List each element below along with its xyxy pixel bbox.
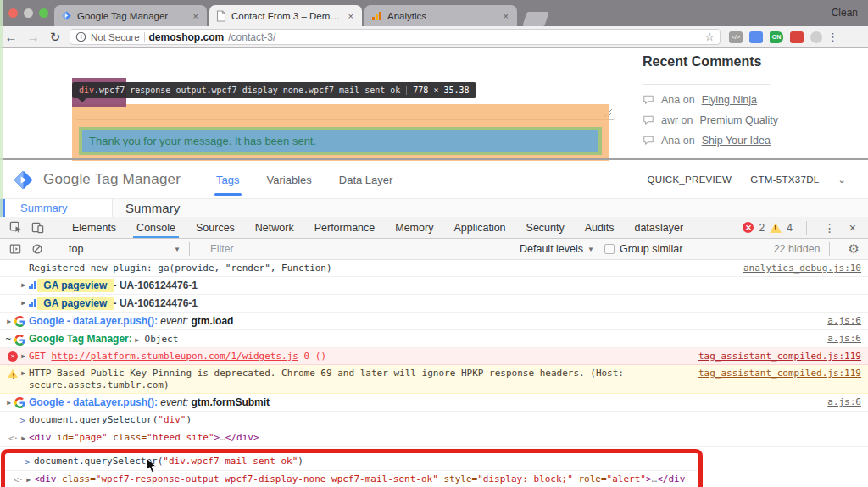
source-link[interactable]: a.js:6 xyxy=(827,396,861,407)
devtools-tab-network[interactable]: Network xyxy=(245,217,304,238)
window-controls[interactable] xyxy=(8,8,48,18)
tooltip-divider xyxy=(406,86,407,95)
devtools-menu-icon[interactable]: ⋮ xyxy=(821,221,839,235)
devtools-tab-application[interactable]: Application xyxy=(443,217,515,238)
inspect-element-icon[interactable] xyxy=(8,221,22,235)
source-link[interactable]: a.js:6 xyxy=(827,333,861,344)
devtools-close-icon[interactable]: × xyxy=(844,221,861,235)
address-bar[interactable]: Not Secure demoshop.com /contact-3/ ☆ xyxy=(70,29,721,45)
new-tab-button[interactable] xyxy=(522,12,549,26)
devtools-tab-security[interactable]: Security xyxy=(516,217,575,238)
console-row-push[interactable]: ▶Google - dataLayer.push(): event: gtm.f… xyxy=(0,394,868,412)
console-sidebar-icon[interactable] xyxy=(8,242,22,256)
gtm-container-id[interactable]: GTM-5TX37DL xyxy=(750,174,819,185)
security-label[interactable]: Not Secure xyxy=(91,32,140,42)
browser-tab-3[interactable]: Analytics× xyxy=(364,5,517,26)
comment-item: Ana on Flying Ninja xyxy=(643,93,854,106)
devtools-tab-audits[interactable]: Audits xyxy=(575,217,625,238)
toolbar-divider xyxy=(189,242,190,256)
extension-disabled-icon[interactable] xyxy=(810,31,822,43)
push-brand: Google - dataLayer.push(): xyxy=(29,396,160,408)
devtools-tab-dataslayer[interactable]: dataslayer xyxy=(624,217,693,238)
code-token: "display: block;" xyxy=(477,473,573,484)
console-row-result[interactable]: <·▶<div class="wpcf7-response-output wpc… xyxy=(5,471,698,487)
tab-close-icon[interactable]: × xyxy=(502,11,510,21)
console-panel: Registered new plugin: ga(provide, "rend… xyxy=(0,260,868,487)
url-host[interactable]: demoshop.com xyxy=(149,31,225,43)
console-row-error[interactable]: ✕▶GET http://platform.stumbleupon.com/1/… xyxy=(0,348,868,365)
ga-badge: GA pageview xyxy=(37,297,114,310)
log-levels-selector[interactable]: Default levels ▼ xyxy=(520,243,594,255)
extension-red-icon[interactable] xyxy=(790,31,804,43)
source-link[interactable]: tag_assistant_compiled.js:119 xyxy=(698,351,861,362)
filter-input[interactable]: Filter xyxy=(210,243,363,255)
gtm-preview-pane: Summary Summary xyxy=(0,199,868,217)
browser-tab-2[interactable]: Contact From 3 – Demoshop× xyxy=(209,5,362,26)
extension-blue-icon[interactable] xyxy=(749,31,763,43)
back-icon[interactable]: ← xyxy=(0,30,22,44)
gtm-sidebar-item-summary[interactable]: Summary xyxy=(0,199,113,217)
devtools-tab-list: ElementsConsoleSourcesNetworkPerformance… xyxy=(62,217,693,238)
console-row-ga[interactable]: ▶ GA pageview - UA-106124476-1 xyxy=(0,295,868,313)
bubble-icon xyxy=(643,135,654,146)
console-row-log[interactable]: Registered new plugin: ga(provide, "rend… xyxy=(0,260,868,277)
console-row-cmd[interactable]: >document.querySelector("div.wpcf7-mail-… xyxy=(5,453,698,471)
forward-icon[interactable]: → xyxy=(22,30,44,44)
thank-you-message: Thank you for your message. It has been … xyxy=(82,130,598,152)
comment-link[interactable]: Flying Ninja xyxy=(702,94,757,106)
devtools-tab-performance[interactable]: Performance xyxy=(304,217,386,238)
source-link[interactable]: tag_assistant_compiled.js:119 xyxy=(698,368,861,379)
source-link[interactable]: a.js:6 xyxy=(827,315,861,326)
error-badge-icon[interactable]: ✕ xyxy=(743,222,754,233)
info-icon[interactable] xyxy=(75,31,86,42)
console-row-result[interactable]: <·▶<div id="page" class="hfeed site">…</… xyxy=(0,429,868,447)
reload-icon[interactable]: ↻ xyxy=(44,30,66,45)
warning-badge-icon[interactable] xyxy=(770,223,782,233)
annotation-red-box: >document.querySelector("div.wpcf7-mail-… xyxy=(1,449,703,487)
gtm-tab-tags[interactable]: Tags xyxy=(214,162,241,198)
zoom-window-icon[interactable] xyxy=(39,8,48,18)
comment-link[interactable]: Ship Your Idea xyxy=(702,135,771,147)
browser-tab-1[interactable]: Google Tag Manager× xyxy=(54,5,207,26)
context-selector[interactable]: top ▼ xyxy=(69,243,181,255)
source-link[interactable]: analytics_debug.js:10 xyxy=(743,263,861,274)
ga-tracking-id: - UA-106124476-1 xyxy=(114,297,198,309)
console-toolbar: top ▼ Filter Default levels ▼ Group simi… xyxy=(0,239,868,260)
chevron-down-icon[interactable]: ⌄ xyxy=(837,174,846,185)
comment-link[interactable]: Premium Quality xyxy=(700,114,778,126)
devtools-tab-memory[interactable]: Memory xyxy=(385,217,443,238)
console-row-ga[interactable]: ▶ GA pageview - UA-106124476-1 xyxy=(0,277,868,295)
gtm-quick-preview-label[interactable]: QUICK_PREVIEW xyxy=(647,174,732,185)
hidden-messages-count[interactable]: 22 hidden xyxy=(774,243,821,255)
gtm-tab-data-layer[interactable]: Data Layer xyxy=(337,162,395,198)
extension-code-icon[interactable]: </> xyxy=(729,31,743,43)
tab-close-icon[interactable]: × xyxy=(192,11,200,21)
warning-count[interactable]: 4 xyxy=(787,222,793,234)
code-token: role= xyxy=(573,473,607,484)
bookmark-star-icon[interactable]: ☆ xyxy=(704,30,715,43)
console-row-push[interactable]: ▶Google - dataLayer.push(): event: gtm.l… xyxy=(0,313,868,330)
devtools-tab-sources[interactable]: Sources xyxy=(186,217,245,238)
group-similar-checkbox[interactable] xyxy=(604,244,615,254)
console-row-object[interactable]: ~Google Tag Manager: ▶ Objecta.js:6 xyxy=(0,330,868,348)
tag-assistant-on-icon[interactable]: ON xyxy=(770,31,783,43)
console-row-warn[interactable]: ▶HTTP-Based Public Key Pinning is deprec… xyxy=(0,365,868,394)
gear-icon[interactable]: ⚙ xyxy=(849,241,860,257)
minimize-window-icon[interactable] xyxy=(24,8,33,18)
tab-title: Google Tag Manager xyxy=(77,11,186,21)
error-count[interactable]: 2 xyxy=(759,222,765,234)
clear-console-icon[interactable] xyxy=(31,242,44,256)
url-path[interactable]: /contact-3/ xyxy=(228,31,275,43)
tooltip-tag: div xyxy=(79,86,94,95)
console-row-cmd[interactable]: >document.querySelector("div") xyxy=(0,412,868,429)
device-toolbar-icon[interactable] xyxy=(31,221,44,235)
devtools-tab-console[interactable]: Console xyxy=(126,217,186,238)
code-token: </div> xyxy=(225,432,259,443)
browser-menu-icon[interactable]: ⋮ xyxy=(827,30,838,43)
devtools-tab-elements[interactable]: Elements xyxy=(62,217,126,238)
gtm-header: Google Tag Manager TagsVariablesData Lay… xyxy=(0,161,868,199)
gtm-tab-variables[interactable]: Variables xyxy=(265,162,314,198)
close-window-icon[interactable] xyxy=(8,8,18,18)
tab-close-icon[interactable]: × xyxy=(347,11,355,21)
code-token: ) xyxy=(186,414,192,425)
